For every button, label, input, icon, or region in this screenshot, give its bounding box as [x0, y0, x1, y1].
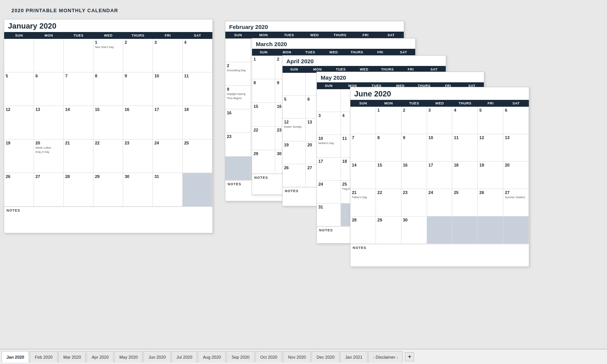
tab-mar-2020[interactable]: Mar 2020: [58, 351, 86, 362]
jan-cell-3: 3: [153, 39, 183, 72]
january-header: SUN MON TUES WED THURS FRI SAT: [4, 32, 212, 39]
april-title: April 2020: [283, 56, 446, 66]
jan-cell-10: 10: [153, 72, 183, 106]
jan-cell-15: 15: [93, 106, 123, 140]
june-grid: 1 2 3 4 5 6 7 8 9 10 11 12 13 14 15 16 1…: [350, 107, 529, 244]
jan-hdr-sun: SUN: [4, 32, 34, 39]
jan-cell-2: 2: [123, 39, 153, 72]
jan-cell-22: 22: [93, 140, 123, 173]
jan-cell-12: 12: [4, 106, 34, 140]
tab-dec-2020[interactable]: Dec 2020: [312, 351, 339, 362]
jan-cell-23: 23: [123, 140, 153, 173]
tab-feb-2020[interactable]: Feb 2020: [30, 351, 57, 362]
january-title: January 2020: [4, 19, 212, 32]
jan-hdr-sat: SAT: [183, 32, 212, 39]
june-title: June 2020: [350, 87, 529, 100]
jan-hdr-fri: FRI: [153, 32, 183, 39]
tab-jun-2020[interactable]: Jun 2020: [143, 351, 170, 362]
february-title: February 2020: [225, 21, 404, 32]
jan-hdr-wed: WED: [93, 32, 123, 39]
tab-oct-2020[interactable]: Oct 2020: [255, 351, 283, 362]
tab-bar: Jan 2020 Feb 2020 Mar 2020 Apr 2020 May …: [0, 349, 607, 364]
tab-add-button[interactable]: +: [405, 352, 414, 361]
page-title: 2020 PRINTABLE MONTHLY CALENDAR: [11, 8, 596, 13]
jan-cell-gray: [183, 173, 212, 207]
jan-cell-6: 6: [34, 72, 64, 106]
jan-cell-17: 17: [153, 106, 183, 140]
tab-apr-2020[interactable]: Apr 2020: [87, 351, 114, 362]
calendar-january: January 2020 SUN MON TUES WED THURS FRI …: [4, 19, 213, 233]
jan-hdr-mon: MON: [34, 32, 64, 39]
jan-cell-19: 19: [4, 140, 34, 173]
calendar-june: June 2020 SUN MON TUES WED THURS FRI SAT…: [350, 87, 529, 267]
jan-cell-26: 26: [4, 173, 34, 207]
jan-cell-empty3: [64, 39, 93, 72]
jan-cell-11: 11: [183, 72, 212, 106]
jan-cell-21: 21: [64, 140, 93, 173]
tab-may-2020[interactable]: May 2020: [114, 351, 143, 362]
jan-cell-27: 27: [34, 173, 64, 207]
jan-cell-13: 13: [34, 106, 64, 140]
tab-jan-2020[interactable]: Jan 2020: [2, 351, 29, 362]
may-title: May 2020: [317, 72, 484, 82]
tab-sep-2020[interactable]: Sep 2020: [226, 351, 254, 362]
jan-cell-1: 1 New Year's Day: [93, 39, 123, 72]
jan-hdr-thu: THURS: [123, 32, 153, 39]
jan-cell-20: 20 Martin LutherKing Jr Day: [34, 140, 64, 173]
tab-nov-2020[interactable]: Nov 2020: [283, 351, 311, 362]
jan-hdr-tue: TUES: [64, 32, 93, 39]
jan-cell-16: 16: [123, 106, 153, 140]
march-header: SUN MON TUES WED THURS FRI SAT: [252, 49, 415, 56]
jan-cell-7: 7: [64, 72, 93, 106]
jan-cell-5: 5: [4, 72, 34, 106]
tab-aug-2020[interactable]: Aug 2020: [198, 351, 226, 362]
jan-cell-14: 14: [64, 106, 93, 140]
tab-jan-2021[interactable]: Jan 2021: [340, 351, 367, 362]
jan-cell-31: 31: [153, 173, 183, 207]
jan-cell-4: 4: [183, 39, 212, 72]
tab-jul-2020[interactable]: Jul 2020: [172, 351, 198, 362]
january-grid: 1 New Year's Day 2 3 4 5 6 7 8 9 10 11 1…: [4, 39, 212, 207]
jan-cell-28: 28: [64, 173, 93, 207]
jan-cell-30: 30: [123, 173, 153, 207]
jan-cell-empty1: [4, 39, 34, 72]
main-area: 2020 PRINTABLE MONTHLY CALENDAR January …: [0, 0, 607, 349]
jan-cell-8: 8: [93, 72, 123, 106]
jan-cell-empty2: [34, 39, 64, 72]
tab-disclaimer[interactable]: - Disclaimer -: [368, 351, 403, 362]
jan-cell-29: 29: [93, 173, 123, 207]
jan-cell-24: 24: [153, 140, 183, 173]
jan-cell-18: 18: [183, 106, 212, 140]
february-header: SUN MON TUES WED THURS FRI SAT: [225, 32, 404, 38]
june-header: SUN MON TUES WED THURS FRI SAT: [350, 100, 529, 107]
june-notes: NOTES: [350, 244, 529, 251]
jan-cell-25: 25: [183, 140, 212, 173]
march-title: March 2020: [252, 38, 415, 49]
jan-cell-9: 9: [123, 72, 153, 106]
january-notes: NOTES: [4, 207, 212, 214]
